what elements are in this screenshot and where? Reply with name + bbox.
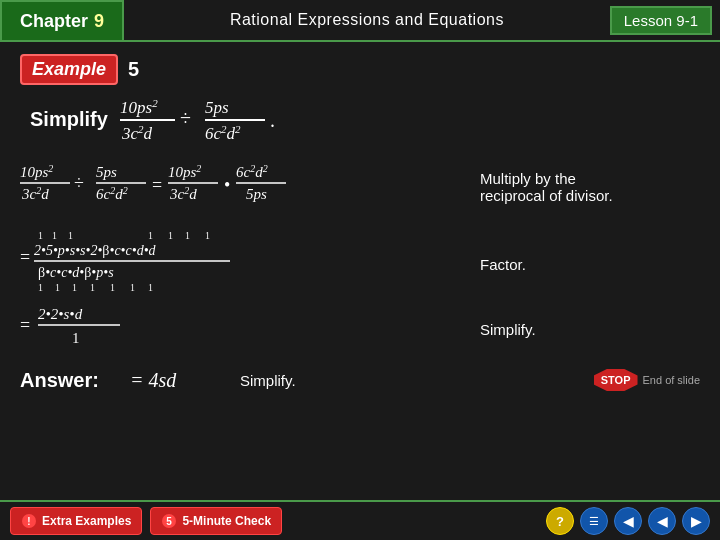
example-badge: Example xyxy=(20,54,118,85)
svg-text:10ps2: 10ps2 xyxy=(20,163,53,180)
step2-note: Factor. xyxy=(480,256,700,273)
step3-note: Simplify. xyxy=(480,321,700,338)
svg-text:1: 1 xyxy=(52,230,57,241)
simplify-label: Simplify xyxy=(30,108,108,131)
svg-text:6c2d2: 6c2d2 xyxy=(96,185,128,202)
answer-row: Answer: = 4sd Simplify. STOP End of slid… xyxy=(20,365,700,395)
multiply-note-line1: Multiply by the xyxy=(480,170,700,187)
svg-text:.: . xyxy=(270,109,275,131)
svg-text:5ps: 5ps xyxy=(96,164,117,180)
chapter-label: Chapter xyxy=(20,11,88,32)
svg-text:1: 1 xyxy=(148,230,153,241)
bottom-bar: ! Extra Examples 5 5-Minute Check ? ☰ ◀ … xyxy=(0,500,720,540)
answer-expression: = 4sd xyxy=(130,365,210,395)
nav-icons: ? ☰ ◀ ◀ ▶ xyxy=(546,507,710,535)
step2-row: = 1 1 1 1 1 1 1 2•5•p•s•s•2•β•c•c•d•d β•… xyxy=(20,225,700,293)
simplify-row: Simplify 10ps2 3c2d ÷ 5ps 6c2d2 . xyxy=(30,95,700,143)
answer-note: Simplify. xyxy=(240,372,594,389)
svg-text:1: 1 xyxy=(72,282,77,293)
example-number: 5 xyxy=(128,58,139,81)
svg-text:=: = xyxy=(20,315,30,335)
svg-text:1: 1 xyxy=(110,282,115,293)
svg-text:1: 1 xyxy=(168,230,173,241)
menu-button[interactable]: ☰ xyxy=(580,507,608,535)
end-slide-area: STOP End of slide xyxy=(594,369,700,391)
svg-text:2•2•s•d: 2•2•s•d xyxy=(38,306,83,322)
stop-icon: STOP xyxy=(594,369,638,391)
svg-text:3c2d: 3c2d xyxy=(169,185,197,202)
step1-note: Multiply by the reciprocal of divisor. xyxy=(480,170,700,204)
svg-text:1: 1 xyxy=(90,282,95,293)
svg-text:6c2d2: 6c2d2 xyxy=(205,123,241,143)
help-button[interactable]: ? xyxy=(546,507,574,535)
svg-text:1: 1 xyxy=(68,230,73,241)
svg-text:•: • xyxy=(224,175,230,195)
header: Chapter 9 Rational Expressions and Equat… xyxy=(0,0,720,42)
svg-text:= 4sd: = 4sd xyxy=(130,369,177,391)
step3-row: = 2•2•s•d 1 Simplify. xyxy=(20,299,700,355)
prev-button[interactable]: ◀ xyxy=(648,507,676,535)
svg-text:1: 1 xyxy=(38,282,43,293)
forward-button[interactable]: ▶ xyxy=(682,507,710,535)
svg-text:2•5•p•s•s•2•β•c•c•d•d: 2•5•p•s•s•2•β•c•c•d•d xyxy=(34,243,157,258)
svg-text:1: 1 xyxy=(38,230,43,241)
step1-math: 10ps2 3c2d ÷ 5ps 6c2d2 = 10ps2 3c2d • 6c… xyxy=(20,159,460,215)
step3-math: = 2•2•s•d 1 xyxy=(20,299,460,355)
chapter-number: 9 xyxy=(94,11,104,32)
svg-text:3c2d: 3c2d xyxy=(121,123,153,143)
back-button[interactable]: ◀ xyxy=(614,507,642,535)
step3-expression: = 2•2•s•d 1 xyxy=(20,299,250,355)
svg-text:=: = xyxy=(20,247,30,267)
svg-text:1: 1 xyxy=(205,230,210,241)
header-title: Rational Expressions and Equations xyxy=(124,11,610,29)
svg-text:5: 5 xyxy=(167,516,173,527)
multiply-note-line2: reciprocal of divisor. xyxy=(480,187,700,204)
svg-text:β•c•c•d•β•p•s: β•c•c•d•β•p•s xyxy=(38,265,114,280)
step1-expression: 10ps2 3c2d ÷ 5ps 6c2d2 = 10ps2 3c2d • 6c… xyxy=(20,159,450,215)
step2-math: = 1 1 1 1 1 1 1 2•5•p•s•s•2•β•c•c•d•d β•… xyxy=(20,225,460,293)
step1-row: 10ps2 3c2d ÷ 5ps 6c2d2 = 10ps2 3c2d • 6c… xyxy=(20,159,700,215)
svg-text:1: 1 xyxy=(185,230,190,241)
extra-examples-button[interactable]: ! Extra Examples xyxy=(10,507,142,535)
svg-text:10ps2: 10ps2 xyxy=(120,97,158,117)
svg-text:1: 1 xyxy=(148,282,153,293)
svg-text:÷: ÷ xyxy=(74,173,84,193)
svg-text:1: 1 xyxy=(55,282,60,293)
extra-examples-icon: ! xyxy=(21,513,37,529)
five-min-icon: 5 xyxy=(161,513,177,529)
svg-text:=: = xyxy=(152,175,162,195)
svg-text:1: 1 xyxy=(72,330,80,346)
simplify-expression: 10ps2 3c2d ÷ 5ps 6c2d2 . xyxy=(120,95,380,143)
five-min-check-button[interactable]: 5 5-Minute Check xyxy=(150,507,282,535)
end-of-slide-label: End of slide xyxy=(643,374,700,386)
svg-text:10ps2: 10ps2 xyxy=(168,163,201,180)
svg-text:÷: ÷ xyxy=(180,107,191,129)
svg-text:5ps: 5ps xyxy=(205,98,229,117)
chapter-tab: Chapter 9 xyxy=(0,0,124,40)
answer-label: Answer: xyxy=(20,369,110,392)
svg-text:!: ! xyxy=(27,516,30,527)
svg-text:6c2d2: 6c2d2 xyxy=(236,163,268,180)
svg-text:1: 1 xyxy=(130,282,135,293)
main-content: Example 5 Simplify 10ps2 3c2d ÷ 5ps 6c2d… xyxy=(0,42,720,500)
extra-examples-label: Extra Examples xyxy=(42,514,131,528)
svg-text:5ps: 5ps xyxy=(246,186,267,202)
lesson-badge: Lesson 9-1 xyxy=(610,6,712,35)
svg-text:3c2d: 3c2d xyxy=(21,185,49,202)
example-row: Example 5 xyxy=(20,54,700,85)
five-min-label: 5-Minute Check xyxy=(182,514,271,528)
step2-expression: = 1 1 1 1 1 1 1 2•5•p•s•s•2•β•c•c•d•d β•… xyxy=(20,225,440,293)
